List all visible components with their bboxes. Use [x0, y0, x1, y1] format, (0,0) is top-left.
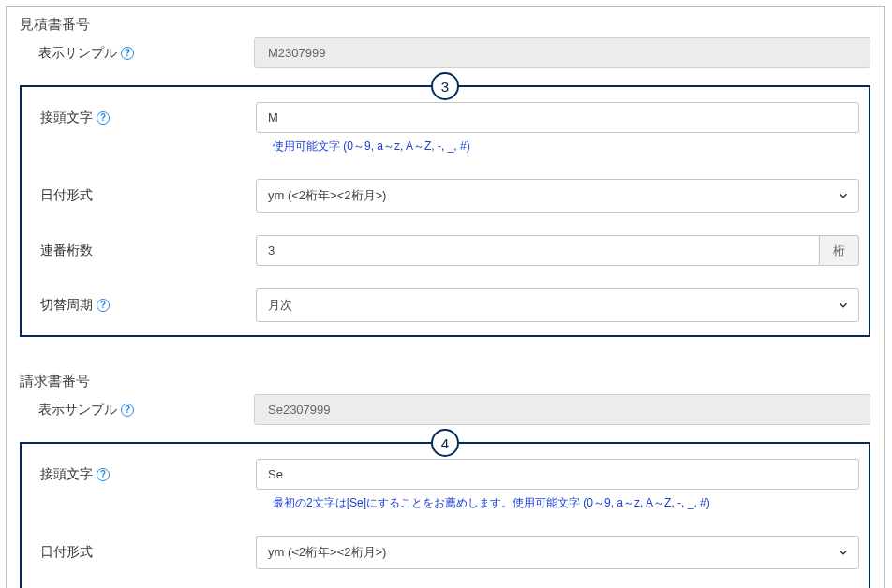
sample-display: Se2307999: [254, 394, 870, 425]
help-icon[interactable]: ?: [121, 47, 134, 60]
section-title: 請求書番号: [20, 373, 870, 390]
help-icon[interactable]: ?: [121, 404, 134, 417]
section-title: 見積書番号: [20, 16, 870, 34]
sample-label: 表示サンプル ?: [20, 402, 254, 419]
prefix-input[interactable]: [256, 459, 859, 490]
prefix-hint: 使用可能文字 (0～9, a～z, A～Z, -, _, #): [22, 139, 869, 154]
cycle-select[interactable]: 月次: [256, 288, 859, 322]
date-format-select[interactable]: ym (<2桁年><2桁月>): [256, 179, 859, 213]
settings-panel: 見積書番号 表示サンプル ? M2307999 3 接頭文字 ?: [6, 6, 885, 588]
help-icon[interactable]: ?: [97, 111, 110, 125]
prefix-label: 接頭文字 ?: [22, 466, 256, 483]
prefix-hint: 最初の2文字は[Se]にすることをお薦めします。使用可能文字 (0～9, a～z…: [22, 495, 869, 511]
invoice-number-section: 請求書番号 表示サンプル ? Se2307999 4 接頭文字 ?: [7, 363, 884, 588]
step-badge: 4: [431, 429, 459, 457]
digits-input[interactable]: [256, 235, 820, 266]
date-format-label: 日付形式: [22, 544, 256, 561]
help-icon[interactable]: ?: [97, 468, 110, 481]
help-icon[interactable]: ?: [97, 299, 110, 312]
digits-unit: 桁: [820, 235, 859, 266]
sample-display: M2307999: [254, 37, 870, 68]
date-format-label: 日付形式: [22, 187, 256, 204]
prefix-input[interactable]: [256, 102, 859, 133]
date-format-select[interactable]: ym (<2桁年><2桁月>): [256, 536, 859, 569]
prefix-label: 接頭文字 ?: [22, 110, 256, 126]
config-box: 4 接頭文字 ? 最初の2文字は[Se]にすることをお薦めします。使用可能文字 …: [20, 442, 870, 588]
step-badge: 3: [431, 72, 459, 100]
config-box: 3 接頭文字 ? 使用可能文字 (0～9, a～z, A～Z, -, _, #)…: [20, 85, 870, 337]
cycle-label: 切替周期 ?: [22, 297, 256, 314]
estimate-number-section: 見積書番号 表示サンプル ? M2307999 3 接頭文字 ?: [7, 7, 884, 358]
digits-label: 連番桁数: [22, 243, 256, 259]
sample-label: 表示サンプル ?: [20, 45, 254, 62]
